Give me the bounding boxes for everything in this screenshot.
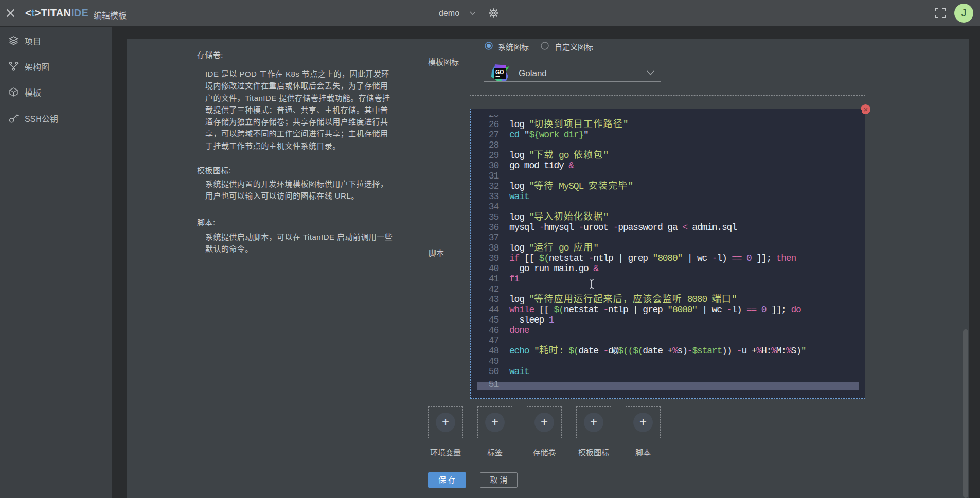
svg-text:GO: GO [495,69,504,75]
